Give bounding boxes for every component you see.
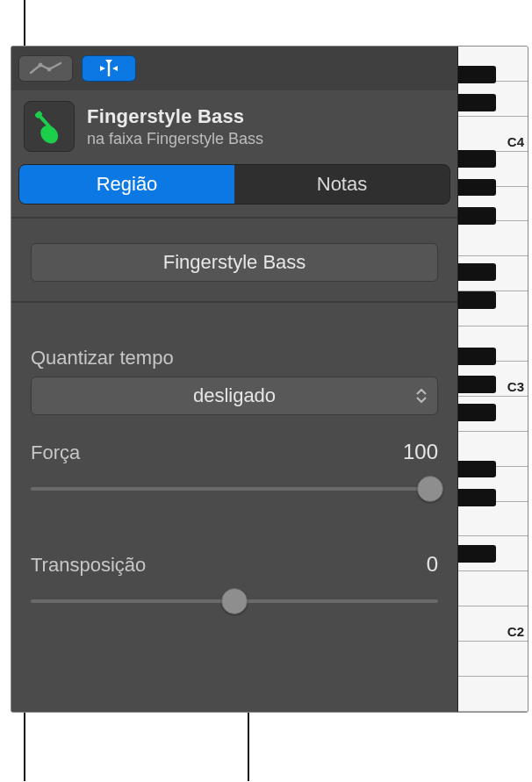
white-key[interactable]: [458, 221, 528, 256]
quantize-value: desligado: [193, 384, 276, 407]
title-block: Fingerstyle Bass na faixa Fingerstyle Ba…: [87, 105, 263, 148]
black-key[interactable]: [458, 461, 496, 478]
chevron-updown-icon: [416, 389, 427, 403]
slider-thumb[interactable]: [417, 476, 443, 502]
svg-point-0: [39, 63, 43, 68]
black-key[interactable]: [458, 489, 496, 506]
black-key[interactable]: [458, 94, 496, 111]
transpose-value[interactable]: 0: [427, 552, 438, 577]
white-key[interactable]: C4: [458, 117, 528, 152]
strength-value[interactable]: 100: [403, 440, 438, 464]
controls-area: Quantizar tempo desligado Força 100 Tran…: [11, 301, 457, 643]
segmented-control: Região Notas: [18, 164, 450, 204]
catch-playhead-icon: [96, 59, 122, 78]
black-key[interactable]: [458, 179, 496, 197]
tab-region[interactable]: Região: [19, 165, 234, 204]
black-key[interactable]: [458, 376, 496, 393]
slider-thumb[interactable]: [221, 588, 248, 614]
black-key[interactable]: [458, 545, 496, 563]
callout-line-bottom: [248, 702, 249, 781]
black-key[interactable]: [458, 291, 496, 309]
editor-panel: Fingerstyle Bass na faixa Fingerstyle Ba…: [11, 46, 528, 713]
black-key[interactable]: [458, 150, 496, 168]
automation-icon: [30, 61, 61, 76]
instrument-badge: [24, 101, 75, 152]
strength-row: Força 100: [31, 440, 438, 464]
slider-track: [31, 487, 438, 491]
transpose-row: Transposição 0: [31, 552, 438, 577]
key-label: C4: [507, 134, 524, 149]
region-title: Fingerstyle Bass: [87, 105, 263, 128]
region-name-row: Fingerstyle Bass: [11, 219, 457, 301]
inspector-panel: Fingerstyle Bass na faixa Fingerstyle Ba…: [11, 47, 457, 712]
key-label: C3: [507, 379, 524, 394]
quantize-label: Quantizar tempo: [31, 347, 438, 369]
svg-point-1: [47, 68, 52, 72]
black-key[interactable]: [458, 263, 496, 281]
tab-notes[interactable]: Notas: [234, 165, 449, 204]
white-key[interactable]: [458, 677, 528, 712]
catch-playhead-toggle[interactable]: [82, 55, 136, 82]
quantize-select[interactable]: desligado: [31, 377, 438, 415]
black-key[interactable]: [458, 348, 496, 365]
key-label: C2: [507, 624, 524, 639]
region-name-field[interactable]: Fingerstyle Bass: [31, 243, 438, 282]
bass-icon: [29, 106, 69, 147]
white-key[interactable]: [458, 642, 528, 677]
transpose-slider[interactable]: [31, 587, 438, 615]
strength-slider[interactable]: [31, 475, 438, 503]
transpose-label: Transposição: [31, 554, 146, 577]
region-header: Fingerstyle Bass na faixa Fingerstyle Ba…: [11, 90, 457, 164]
automation-toggle[interactable]: [18, 55, 73, 82]
black-key[interactable]: [458, 66, 496, 83]
tab-row: Região Notas: [11, 164, 457, 217]
toolbar: [11, 47, 457, 90]
white-key[interactable]: C2: [458, 606, 528, 642]
white-key[interactable]: [458, 502, 528, 537]
region-subtitle: na faixa Fingerstyle Bass: [87, 130, 263, 148]
black-key[interactable]: [458, 207, 496, 225]
black-key[interactable]: [458, 404, 496, 421]
strength-label: Força: [31, 441, 80, 464]
piano-keyboard[interactable]: C4C3C2: [457, 47, 528, 712]
white-key[interactable]: [458, 571, 528, 606]
